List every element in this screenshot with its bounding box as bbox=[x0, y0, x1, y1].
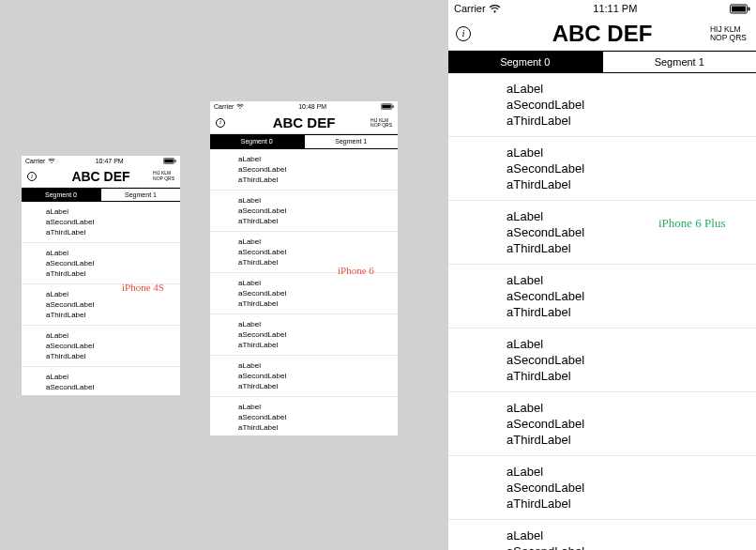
list-item-label: aLabel bbox=[238, 319, 398, 329]
table-row[interactable]: aLabelaSecondLabelaThirdLabel bbox=[210, 314, 398, 356]
list-item-label: aLabel bbox=[238, 402, 398, 412]
segment-0[interactable]: Segment 0 bbox=[210, 135, 305, 148]
segment-1[interactable]: Segment 1 bbox=[305, 135, 399, 148]
list-item-label: aThirdLabel bbox=[507, 432, 756, 448]
svg-rect-8 bbox=[748, 7, 750, 10]
list-item-label: aSecondLabel bbox=[507, 160, 756, 176]
list-item-label: aLabel bbox=[238, 360, 398, 371]
list-item-label: aThirdLabel bbox=[238, 340, 398, 350]
table-view[interactable]: aLabelaSecondLabelaThirdLabelaLabelaSeco… bbox=[448, 73, 756, 550]
list-item-label: aThirdLabel bbox=[507, 304, 756, 320]
table-view[interactable]: aLabelaSecondLabelaThirdLabelaLabelaSeco… bbox=[210, 149, 398, 435]
device-iphone-6-plus: Carrier 11:11 PM i ABC DEF HIJ KLM NOP Q… bbox=[448, 0, 756, 550]
status-bar: Carrier 10:47 PM bbox=[22, 156, 180, 166]
list-item-label: aThirdLabel bbox=[238, 216, 398, 226]
info-icon[interactable]: i bbox=[456, 26, 471, 41]
list-item-label: aSecondLabel bbox=[238, 329, 398, 340]
table-row[interactable]: aLabelaSecondLabelaThirdLabel bbox=[448, 456, 756, 520]
carrier-label: Carrier bbox=[25, 158, 45, 164]
list-item-label: aThirdLabel bbox=[238, 298, 398, 309]
list-item-label: aSecondLabel bbox=[46, 299, 180, 310]
list-item-label: aThirdLabel bbox=[46, 227, 180, 237]
segmented-control[interactable]: Segment 0 Segment 1 bbox=[210, 134, 398, 149]
segmented-control[interactable]: Segment 0 Segment 1 bbox=[448, 51, 756, 73]
list-item-label: aSecondLabel bbox=[507, 97, 756, 113]
list-item-label: aThirdLabel bbox=[238, 175, 398, 185]
list-item-label: aLabel bbox=[46, 206, 180, 217]
table-row[interactable]: aLabelaSecondLabel bbox=[448, 520, 756, 550]
list-item-label: aSecondLabel bbox=[507, 288, 756, 304]
segment-0[interactable]: Segment 0 bbox=[448, 52, 603, 72]
status-time: 11:11 PM bbox=[501, 3, 730, 14]
svg-rect-4 bbox=[382, 105, 391, 109]
segment-1[interactable]: Segment 1 bbox=[101, 189, 180, 201]
list-item-label: aLabel bbox=[507, 527, 756, 543]
list-item-label: aSecondLabel bbox=[238, 412, 398, 422]
segment-0[interactable]: Segment 0 bbox=[22, 189, 101, 201]
page-title: ABC DEF bbox=[273, 115, 336, 130]
caption-iphone-4s: iPhone 4S bbox=[122, 282, 164, 293]
info-icon[interactable]: i bbox=[216, 118, 225, 128]
page-subtitle: HIJ KLM NOP QRS bbox=[153, 171, 174, 182]
list-item-label: aThirdLabel bbox=[507, 113, 756, 129]
table-row[interactable]: aLabelaSecondLabelaThirdLabel bbox=[448, 328, 756, 392]
table-row[interactable]: aLabelaSecondLabelaThirdLabel bbox=[210, 356, 398, 397]
table-row[interactable]: aLabelaSecondLabel bbox=[22, 367, 180, 395]
svg-rect-1 bbox=[164, 160, 174, 163]
battery-icon bbox=[730, 4, 750, 14]
list-item-label: aLabel bbox=[46, 248, 180, 258]
wifi-icon bbox=[236, 103, 244, 110]
list-item-label: aLabel bbox=[238, 154, 398, 164]
wifi-icon bbox=[48, 158, 55, 164]
table-row[interactable]: aLabelaSecondLabelaThirdLabel bbox=[22, 202, 180, 243]
list-item-label: aSecondLabel bbox=[238, 247, 398, 257]
list-item-label: aLabel bbox=[507, 145, 756, 160]
list-item-label: aThirdLabel bbox=[46, 351, 180, 361]
list-item-label: aSecondLabel bbox=[507, 416, 756, 432]
list-item-label: aSecondLabel bbox=[238, 288, 398, 298]
list-item-label: aSecondLabel bbox=[46, 382, 180, 392]
table-row[interactable]: aLabelaSecondLabelaThirdLabel bbox=[22, 243, 180, 284]
caption-iphone-6-plus: iPhone 6 Plus bbox=[658, 216, 726, 231]
list-item-label: aLabel bbox=[507, 400, 756, 416]
status-time: 10:48 PM bbox=[244, 103, 381, 110]
list-item-label: aLabel bbox=[507, 464, 756, 480]
page-subtitle: HIJ KLM NOP QRS bbox=[370, 117, 392, 128]
info-icon[interactable]: i bbox=[27, 172, 37, 181]
table-row[interactable]: aLabelaSecondLabelaThirdLabel bbox=[210, 149, 398, 191]
segmented-control[interactable]: Segment 0 Segment 1 bbox=[22, 188, 180, 202]
list-item-label: aLabel bbox=[507, 81, 756, 97]
table-row[interactable]: aLabelaSecondLabelaThirdLabel bbox=[210, 397, 398, 435]
list-item-label: aThirdLabel bbox=[238, 381, 398, 391]
list-item-label: aSecondLabel bbox=[238, 206, 398, 216]
table-row[interactable]: aLabelaSecondLabelaThirdLabel bbox=[448, 137, 756, 201]
list-item-label: aThirdLabel bbox=[46, 310, 180, 320]
battery-icon bbox=[381, 103, 394, 110]
status-bar: Carrier 10:48 PM bbox=[210, 101, 398, 112]
list-item-label: aLabel bbox=[46, 372, 180, 382]
page-title: ABC DEF bbox=[552, 21, 653, 47]
table-row[interactable]: aLabelaSecondLabelaThirdLabel bbox=[22, 326, 180, 367]
page-title: ABC DEF bbox=[71, 169, 129, 184]
svg-rect-2 bbox=[174, 160, 175, 162]
table-row[interactable]: aLabelaSecondLabelaThirdLabel bbox=[448, 73, 756, 137]
table-view[interactable]: aLabelaSecondLabelaThirdLabelaLabelaSeco… bbox=[22, 202, 180, 395]
list-item-label: aThirdLabel bbox=[507, 496, 756, 512]
table-row[interactable]: aLabelaSecondLabelaThirdLabel bbox=[210, 273, 398, 314]
device-iphone-4s: Carrier 10:47 PM i ABC DEF HIJ KLM NOP Q… bbox=[22, 156, 180, 395]
battery-icon bbox=[163, 158, 176, 164]
segment-1[interactable]: Segment 1 bbox=[603, 52, 757, 72]
list-item-label: aLabel bbox=[46, 330, 180, 341]
list-item-label: aSecondLabel bbox=[238, 371, 398, 381]
list-item-label: aLabel bbox=[238, 195, 398, 206]
table-row[interactable]: aLabelaSecondLabelaThirdLabel bbox=[448, 201, 756, 265]
list-item-label: aLabel bbox=[507, 272, 756, 288]
wifi-icon bbox=[489, 4, 501, 14]
table-row[interactable]: aLabelaSecondLabelaThirdLabel bbox=[210, 191, 398, 232]
list-item-label: aThirdLabel bbox=[507, 240, 756, 256]
table-row[interactable]: aLabelaSecondLabelaThirdLabel bbox=[448, 392, 756, 456]
table-row[interactable]: aLabelaSecondLabelaThirdLabel bbox=[448, 265, 756, 328]
list-item-label: aThirdLabel bbox=[238, 422, 398, 433]
list-item-label: aSecondLabel bbox=[238, 164, 398, 175]
nav-header: i ABC DEF HIJ KLM NOP QRS bbox=[22, 166, 180, 188]
